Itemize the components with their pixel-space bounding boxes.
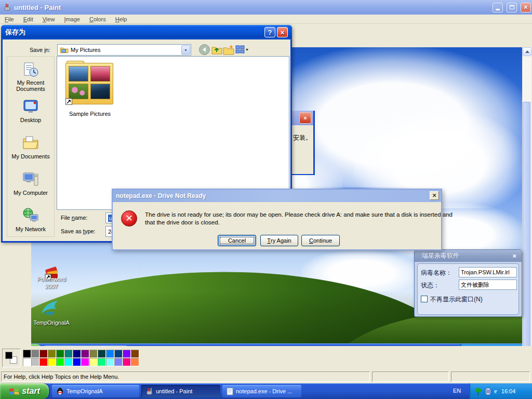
dont-show-again-label[interactable]: 不再显示此窗口(N)	[430, 295, 483, 304]
color-swatch[interactable]	[106, 358, 114, 366]
start-button[interactable]: start	[0, 383, 49, 399]
color-swatch[interactable]	[131, 350, 139, 358]
error-dialog-titlebar[interactable]: notepad.exe - Drive Not Ready	[113, 190, 441, 202]
virus-name-label: 病毒名称：	[421, 269, 452, 277]
save-dialog-titlebar[interactable]: 保存为 ? ×	[1, 25, 292, 39]
place-my-computer[interactable]: My Computer	[7, 190, 54, 196]
dropdown-button[interactable]: ▼	[181, 45, 190, 55]
virus-status-field[interactable]: 文件被删除	[459, 280, 517, 290]
vertical-scrollbar[interactable]	[523, 47, 531, 362]
start-label: start	[22, 387, 40, 396]
color-swatch[interactable]	[81, 358, 89, 366]
new-folder-button[interactable]	[223, 44, 234, 55]
close-button[interactable]: ×	[299, 112, 311, 124]
color-swatch[interactable]	[106, 350, 114, 358]
desktop-icon-label[interactable]: 2007	[31, 283, 72, 289]
up-one-level-button[interactable]	[211, 44, 222, 55]
menu-colors[interactable]: Colors	[85, 15, 111, 23]
color-swatch[interactable]	[98, 350, 106, 358]
menu-file[interactable]: File	[0, 15, 19, 23]
taskbar-button-paint[interactable]: untitled - Paint	[141, 385, 220, 397]
status-label: 状态：	[421, 281, 440, 290]
clock[interactable]: 16:04	[501, 388, 516, 394]
status-message: For Help, click Help Topics on the Help …	[1, 371, 370, 382]
color-swatch[interactable]	[23, 350, 31, 358]
language-indicator[interactable]: EN	[453, 388, 461, 394]
dont-show-again-checkbox[interactable]	[421, 296, 428, 302]
antivirus-title: 瑞星杀毒软件	[422, 251, 459, 260]
ie-icon[interactable]: e	[494, 387, 497, 395]
color-swatch[interactable]	[31, 358, 39, 366]
place-my-recent-documents[interactable]: My Recent Documents	[7, 79, 54, 92]
my-pictures-folder-icon	[60, 46, 69, 54]
color-swatch[interactable]	[114, 358, 123, 366]
color-swatch[interactable]	[73, 350, 81, 358]
color-swatch[interactable]	[114, 350, 123, 358]
striped-ball-icon[interactable]	[484, 388, 492, 395]
menu-image[interactable]: Image	[59, 15, 85, 23]
current-colors-indicator[interactable]	[2, 349, 21, 367]
antivirus-titlebar[interactable]: 瑞星杀毒软件	[415, 250, 522, 262]
menu-help[interactable]: Help	[111, 15, 132, 23]
color-swatch[interactable]	[123, 358, 131, 366]
paint-title-bar[interactable]: untitled - Paint ×	[0, 0, 532, 15]
color-swatch[interactable]	[123, 350, 131, 358]
close-button[interactable]: ×	[277, 27, 288, 37]
color-swatch[interactable]	[81, 350, 89, 358]
continue-button[interactable]: Continue	[301, 235, 340, 246]
taskbar-button-label: TempOrignalA	[66, 388, 103, 394]
file-item-label[interactable]: Sample Pictures	[57, 111, 123, 117]
color-swatch[interactable]	[89, 350, 98, 358]
place-my-network[interactable]: My Network	[7, 226, 54, 232]
color-swatch[interactable]	[56, 358, 64, 366]
place-desktop[interactable]: Desktop	[7, 117, 54, 123]
taskbar-button-label: untitled - Paint	[156, 388, 192, 394]
antivirus-popup: 瑞星杀毒软件 × 病毒名称： Trojan.PSW.LMir.lrl 状态： 文…	[414, 249, 522, 317]
temporignala-icon	[38, 298, 61, 318]
color-swatch[interactable]	[131, 358, 139, 366]
color-swatch[interactable]	[98, 358, 106, 366]
close-button[interactable]: ×	[521, 3, 531, 12]
color-swatch[interactable]	[48, 350, 56, 358]
taskbar-button-temporignala[interactable]: TempOrignalA	[52, 385, 139, 397]
close-icon[interactable]: ×	[512, 252, 516, 260]
color-swatch[interactable]	[39, 350, 48, 358]
windows-flag-icon	[9, 387, 19, 396]
close-button[interactable]: ✕	[430, 191, 439, 200]
shortcut-overlay-icon	[65, 98, 72, 105]
menu-view[interactable]: View	[38, 15, 60, 23]
taskbar-button-notepad[interactable]: notepad.exe - Drive ...	[222, 385, 301, 397]
place-my-documents[interactable]: My Documents	[7, 153, 54, 159]
back-button[interactable]	[199, 44, 210, 55]
color-swatch[interactable]	[48, 358, 56, 366]
color-swatch[interactable]	[23, 358, 31, 366]
save-in-combobox[interactable]: My Pictures ▼	[57, 44, 191, 56]
color-swatch[interactable]	[39, 358, 48, 366]
color-swatch[interactable]	[64, 358, 73, 366]
views-menu-button[interactable]	[235, 45, 249, 55]
partial-message-text: 安装。	[293, 134, 312, 142]
file-list[interactable]: Sample Pictures	[57, 56, 289, 210]
desktop-icon-label[interactable]: Powerword	[31, 276, 72, 282]
color-swatch[interactable]	[64, 350, 73, 358]
menu-edit[interactable]: Edit	[19, 15, 38, 23]
desktop-icon-label[interactable]: TempOrignalA	[31, 320, 74, 326]
help-button[interactable]: ?	[264, 27, 275, 37]
cancel-button[interactable]: Cancel	[218, 235, 256, 246]
taskbar-button-label: notepad.exe - Drive ...	[236, 388, 292, 394]
scroll-up-button[interactable]	[523, 47, 531, 56]
color-swatch[interactable]	[56, 350, 64, 358]
rising-umbrella-icon[interactable]	[474, 387, 482, 395]
sample-pictures-item[interactable]	[64, 60, 115, 110]
color-swatch[interactable]	[73, 358, 81, 366]
vertical-scroll-thumb[interactable]	[523, 102, 530, 349]
color-swatch[interactable]	[89, 358, 98, 366]
virus-name-field[interactable]: Trojan.PSW.LMir.lrl	[459, 267, 517, 277]
save-as-type-label: Save as type:	[61, 228, 96, 234]
status-cell	[372, 371, 449, 382]
error-icon: ✕	[121, 210, 137, 227]
try-again-button[interactable]: Try Again	[260, 235, 298, 246]
minimize-button[interactable]	[493, 3, 503, 12]
color-swatch[interactable]	[31, 350, 39, 358]
restore-button[interactable]	[507, 3, 517, 12]
